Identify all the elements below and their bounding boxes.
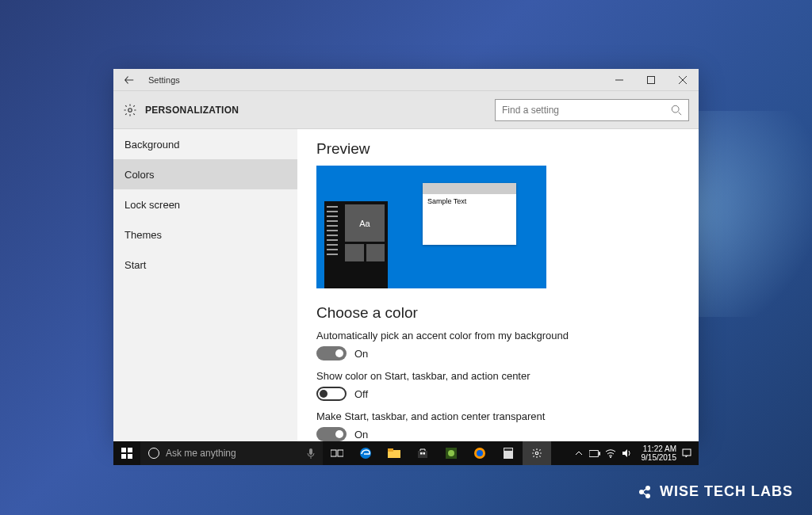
clock-time: 11:22 AM xyxy=(642,444,677,453)
header: PERSONALIZATION xyxy=(113,91,699,129)
sidebar-item-lock-screen[interactable]: Lock screen xyxy=(113,189,297,219)
svg-point-28 xyxy=(645,486,650,490)
taskbar: Ask me anything 11:22 AM 9/15/2015 xyxy=(113,441,699,465)
svg-rect-13 xyxy=(418,451,427,458)
sidebar: Background Colors Lock screen Themes Sta… xyxy=(113,129,297,441)
svg-point-1 xyxy=(128,108,132,112)
toggle-show-color[interactable] xyxy=(316,387,347,401)
svg-rect-7 xyxy=(309,448,312,455)
store-icon[interactable] xyxy=(408,441,437,465)
gear-icon xyxy=(123,103,137,117)
clock-date: 9/15/2015 xyxy=(642,453,677,462)
toggle-transparent[interactable] xyxy=(316,427,347,441)
svg-rect-9 xyxy=(338,450,343,456)
page-title: PERSONALIZATION xyxy=(145,105,239,116)
preview-thumbnail: Aa Sample Text xyxy=(316,166,546,288)
svg-point-2 xyxy=(672,105,679,113)
battery-icon[interactable] xyxy=(589,448,600,459)
search-input[interactable] xyxy=(495,99,689,121)
task-view-button[interactable] xyxy=(323,441,351,465)
choose-color-heading: Choose a color xyxy=(316,304,680,322)
option-show-color-label: Show color on Start, taskbar, and action… xyxy=(316,370,680,382)
sidebar-item-themes[interactable]: Themes xyxy=(113,219,297,250)
preview-heading: Preview xyxy=(316,140,680,158)
titlebar: Settings xyxy=(113,69,699,91)
svg-rect-3 xyxy=(121,448,126,452)
option-transparent-label: Make Start, taskbar, and action center t… xyxy=(316,410,680,422)
svg-rect-5 xyxy=(121,454,126,459)
tray-chevron-icon[interactable] xyxy=(573,448,584,459)
svg-rect-14 xyxy=(420,452,423,455)
svg-point-22 xyxy=(535,452,538,455)
svg-point-19 xyxy=(477,450,483,456)
toggle-auto-accent[interactable] xyxy=(316,346,347,360)
calculator-icon[interactable] xyxy=(494,441,523,465)
sidebar-item-label: Themes xyxy=(124,229,162,241)
settings-window: Settings PERSONALIZATION Background Colo… xyxy=(113,69,699,441)
cortana-icon xyxy=(148,448,159,459)
svg-point-25 xyxy=(610,456,611,458)
svg-point-29 xyxy=(645,494,650,498)
sidebar-item-colors[interactable]: Colors xyxy=(113,159,297,189)
sample-text: Sample Text xyxy=(423,194,516,208)
svg-point-17 xyxy=(448,450,454,456)
toggle-state: On xyxy=(354,429,368,441)
microphone-icon[interactable] xyxy=(307,448,315,459)
start-button[interactable] xyxy=(113,441,140,465)
app-icon[interactable] xyxy=(437,441,465,465)
back-button[interactable] xyxy=(113,69,145,91)
cortana-placeholder: Ask me anything xyxy=(166,448,236,459)
minimize-button[interactable] xyxy=(603,69,635,91)
toggle-state: Off xyxy=(354,388,368,400)
volume-icon[interactable] xyxy=(621,448,632,459)
sidebar-item-label: Lock screen xyxy=(124,199,180,211)
sidebar-item-start[interactable]: Start xyxy=(113,250,297,280)
sidebar-item-background[interactable]: Background xyxy=(113,129,297,159)
watermark: WISE TECH LABS xyxy=(638,483,793,501)
content-area: Preview Aa Sample Text xyxy=(297,129,699,441)
svg-rect-8 xyxy=(331,450,336,456)
svg-rect-23 xyxy=(589,450,598,456)
firefox-icon[interactable] xyxy=(465,441,494,465)
sidebar-item-label: Start xyxy=(124,259,146,271)
maximize-button[interactable] xyxy=(635,69,667,91)
sidebar-item-label: Background xyxy=(124,139,179,151)
svg-rect-6 xyxy=(128,454,132,459)
wifi-icon[interactable] xyxy=(605,448,616,459)
option-auto-accent-label: Automatically pick an accent color from … xyxy=(316,330,680,341)
svg-rect-15 xyxy=(423,452,426,455)
svg-rect-21 xyxy=(504,448,512,451)
action-center-icon[interactable] xyxy=(681,448,692,459)
preview-tile: Aa xyxy=(345,204,385,242)
svg-point-27 xyxy=(639,490,644,494)
file-explorer-icon[interactable] xyxy=(380,441,408,465)
search-icon xyxy=(671,105,682,116)
svg-rect-4 xyxy=(128,448,132,452)
close-button[interactable] xyxy=(667,69,699,91)
window-title: Settings xyxy=(148,75,180,85)
clock[interactable]: 11:22 AM 9/15/2015 xyxy=(637,444,677,462)
svg-rect-12 xyxy=(388,448,393,452)
logo-icon xyxy=(638,483,655,501)
edge-icon[interactable] xyxy=(351,441,380,465)
sidebar-item-label: Colors xyxy=(124,169,155,181)
settings-taskbar-icon[interactable] xyxy=(523,441,551,465)
toggle-state: On xyxy=(354,348,368,360)
svg-rect-0 xyxy=(648,76,655,83)
svg-rect-26 xyxy=(683,449,691,456)
cortana-search[interactable]: Ask me anything xyxy=(140,441,323,465)
svg-rect-24 xyxy=(599,452,600,455)
